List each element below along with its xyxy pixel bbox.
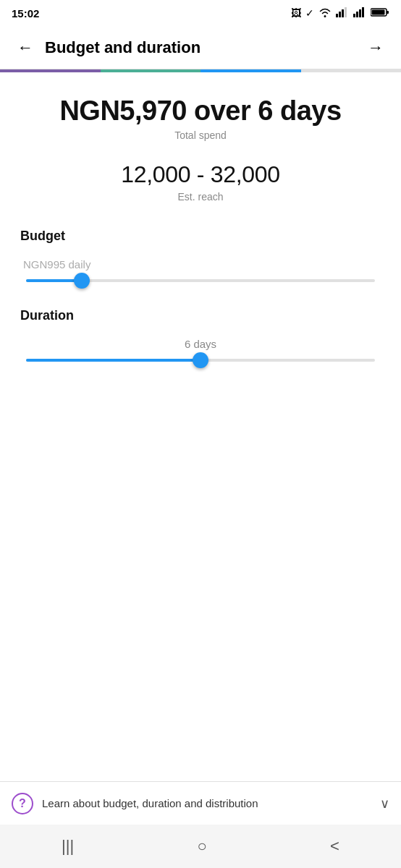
duration-slider-container: 6 days [20,338,381,362]
duration-section: Duration 6 days [20,308,381,362]
signal-icon [336,7,349,20]
svg-rect-10 [372,9,385,14]
check-icon: ✓ [305,7,314,19]
banner-text: Learn about budget, duration and distrib… [42,797,258,809]
duration-slider-fill [26,359,200,362]
svg-rect-7 [362,7,364,17]
signal2-icon [353,7,366,20]
duration-slider-track [26,359,375,362]
budget-daily-value: NGN995 daily [23,258,378,271]
budget-slider-track [26,279,375,282]
battery-icon [371,7,389,20]
budget-slider-container: NGN995 daily [20,258,381,282]
status-icons: 🖼 ✓ [291,7,389,20]
main-content: NGN5,970 over 6 days Total spend 12,000 … [0,72,401,362]
duration-slider-thumb[interactable] [193,352,208,368]
svg-rect-6 [359,9,361,17]
status-time: 15:02 [12,7,39,20]
svg-rect-1 [339,12,341,17]
forward-button[interactable]: → [362,33,389,63]
svg-rect-2 [342,9,344,17]
total-spend-section: NGN5,970 over 6 days Total spend [20,95,381,141]
nav-bar: ← Budget and duration → [0,26,401,69]
duration-label: Duration [20,308,381,323]
est-reach-section: 12,000 - 32,000 Est. reach [20,161,381,203]
svg-rect-9 [387,11,389,14]
svg-rect-3 [345,7,347,17]
banner-chevron-icon[interactable]: ∨ [380,796,389,812]
duration-days-label: 6 days [185,338,216,350]
bottom-nav: ||| ○ < [0,825,401,868]
progress-segment-2 [101,69,201,72]
progress-segment-3 [200,69,301,72]
progress-bar [0,69,401,72]
est-reach-label: Est. reach [20,191,381,203]
status-bar: 15:02 🖼 ✓ [0,0,401,26]
home-button[interactable]: ○ [180,830,224,863]
budget-label: Budget [20,229,381,244]
total-spend-label: Total spend [20,129,381,141]
recent-apps-button[interactable]: ||| [44,830,91,863]
question-icon: ? [12,793,33,814]
est-reach-value: 12,000 - 32,000 [20,161,381,188]
svg-rect-5 [356,12,358,17]
back-button[interactable]: ← [12,33,39,63]
progress-segment-4 [301,69,402,72]
back-nav-button[interactable]: < [313,830,357,863]
svg-rect-0 [336,14,338,17]
svg-rect-4 [353,14,355,17]
budget-slider-thumb[interactable] [74,273,90,289]
banner-left: ? Learn about budget, duration and distr… [12,793,258,814]
budget-section: Budget NGN995 daily [20,229,381,282]
wifi-icon [318,7,332,20]
page-title: Budget and duration [39,38,362,57]
bottom-banner[interactable]: ? Learn about budget, duration and distr… [0,781,401,825]
gallery-icon: 🖼 [291,7,301,19]
total-amount: NGN5,970 over 6 days [20,95,381,127]
duration-label-row: 6 days [23,338,378,350]
progress-segment-1 [0,69,101,72]
